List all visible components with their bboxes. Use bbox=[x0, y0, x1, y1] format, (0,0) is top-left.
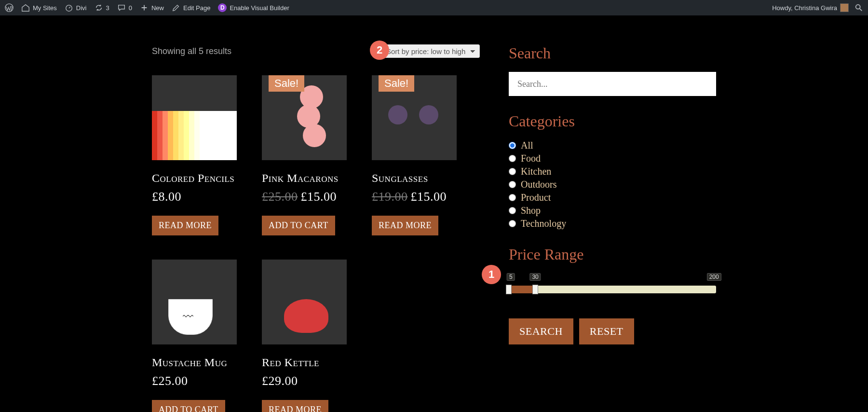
categories-heading: Categories bbox=[509, 112, 716, 130]
product-image[interactable]: Sale! bbox=[372, 75, 457, 160]
product-image[interactable]: Sale! bbox=[262, 75, 347, 160]
my-sites-link[interactable]: My Sites bbox=[21, 3, 57, 12]
comments-count: 0 bbox=[129, 4, 132, 12]
product-card: Sale!Pink Macarons£25.00£15.00ADD TO CAR… bbox=[262, 75, 347, 235]
category-label[interactable]: Food bbox=[521, 153, 541, 164]
svg-point-2 bbox=[856, 5, 860, 9]
visual-builder-link[interactable]: D Enable Visual Builder bbox=[218, 3, 289, 12]
category-label[interactable]: Technology bbox=[521, 218, 566, 229]
price-range-heading: Price Range bbox=[509, 246, 716, 263]
product-price: £25.00£15.00 bbox=[262, 190, 347, 204]
comment-icon bbox=[117, 3, 126, 12]
read-more-button[interactable]: READ MORE bbox=[152, 216, 218, 235]
products-area: Showing all 5 results Sort by price: low… bbox=[152, 44, 480, 412]
add-to-cart-button[interactable]: ADD TO CART bbox=[152, 400, 225, 412]
sidebar: Search Categories AllFoodKitchenOutdoors… bbox=[509, 44, 716, 412]
slider-max-label: 200 bbox=[707, 273, 721, 281]
category-radio[interactable] bbox=[509, 207, 516, 214]
product-image[interactable] bbox=[152, 75, 237, 160]
updates-link[interactable]: 3 bbox=[95, 3, 109, 12]
current-price: £29.00 bbox=[262, 374, 298, 388]
product-price: £25.00 bbox=[152, 374, 237, 388]
category-radio[interactable] bbox=[509, 220, 516, 227]
product-card: Red Kettle£29.00READ MORE bbox=[262, 260, 347, 412]
wp-logo[interactable] bbox=[5, 3, 14, 12]
category-radio[interactable] bbox=[509, 155, 516, 162]
category-radio[interactable] bbox=[509, 181, 516, 188]
product-price: £19.00£15.00 bbox=[372, 190, 457, 204]
current-price: £8.00 bbox=[152, 190, 181, 204]
sort-select[interactable]: Sort by price: low to high bbox=[381, 44, 480, 58]
categories-block: Categories AllFoodKitchenOutdoorsProduct… bbox=[509, 112, 716, 229]
search-input[interactable] bbox=[509, 72, 716, 96]
product-card: Colored Pencils£8.00READ MORE bbox=[152, 75, 237, 235]
category-label[interactable]: Product bbox=[521, 192, 551, 203]
product-title[interactable]: Colored Pencils bbox=[152, 172, 237, 185]
sale-badge: Sale! bbox=[379, 75, 414, 92]
read-more-button[interactable]: READ MORE bbox=[372, 216, 438, 235]
search-icon bbox=[854, 3, 863, 12]
sites-icon bbox=[21, 3, 30, 12]
product-card: Mustache Mug£25.00ADD TO CART bbox=[152, 260, 237, 412]
category-row: Food bbox=[509, 153, 716, 164]
product-title[interactable]: Mustache Mug bbox=[152, 356, 237, 369]
slider-min-label: 5 bbox=[507, 273, 515, 281]
category-row: Technology bbox=[509, 218, 716, 229]
plus-icon bbox=[140, 3, 149, 12]
howdy-label: Howdy, Christina Gwira bbox=[772, 4, 837, 12]
new-label: New bbox=[151, 4, 164, 12]
add-to-cart-button[interactable]: ADD TO CART bbox=[262, 216, 335, 235]
price-range-block: 1 Price Range 5 30 200 SEARCH RESET bbox=[509, 246, 716, 344]
updates-count: 3 bbox=[106, 4, 109, 12]
category-row: All bbox=[509, 140, 716, 151]
slider-handle-min[interactable] bbox=[506, 285, 512, 294]
product-title[interactable]: Red Kettle bbox=[262, 356, 347, 369]
site-name-link[interactable]: Divi bbox=[65, 3, 87, 12]
svg-point-1 bbox=[66, 5, 72, 12]
slider-track bbox=[509, 286, 716, 293]
current-price: £15.00 bbox=[301, 190, 337, 204]
category-label[interactable]: Outdoors bbox=[521, 179, 556, 190]
edit-page-link[interactable]: Edit Page bbox=[172, 3, 210, 12]
price-slider[interactable]: 5 30 200 bbox=[509, 273, 716, 293]
category-radio[interactable] bbox=[509, 168, 516, 175]
category-label[interactable]: All bbox=[521, 140, 533, 151]
divi-icon: D bbox=[218, 3, 227, 12]
product-title[interactable]: Sunglasses bbox=[372, 172, 457, 185]
pencil-icon bbox=[172, 3, 180, 12]
category-label[interactable]: Kitchen bbox=[521, 166, 551, 177]
reset-button[interactable]: RESET bbox=[579, 318, 634, 344]
my-sites-label: My Sites bbox=[33, 4, 57, 12]
wp-admin-bar: My Sites Divi 3 0 New bbox=[0, 0, 868, 15]
slider-fill bbox=[509, 286, 535, 293]
category-label[interactable]: Shop bbox=[521, 205, 541, 216]
gauge-icon bbox=[65, 3, 73, 12]
refresh-icon bbox=[95, 3, 103, 12]
read-more-button[interactable]: READ MORE bbox=[262, 400, 328, 412]
new-link[interactable]: New bbox=[140, 3, 164, 12]
search-heading: Search bbox=[509, 44, 716, 62]
product-price: £29.00 bbox=[262, 374, 347, 388]
site-name-label: Divi bbox=[76, 4, 87, 12]
slider-handle-cur[interactable] bbox=[532, 285, 538, 294]
annotation-1: 1 bbox=[482, 265, 501, 284]
product-price: £8.00 bbox=[152, 190, 237, 204]
sale-badge: Sale! bbox=[269, 75, 304, 92]
search-block: Search bbox=[509, 44, 716, 96]
search-button[interactable]: SEARCH bbox=[509, 318, 573, 344]
product-card: Sale!Sunglasses£19.00£15.00READ MORE bbox=[372, 75, 457, 235]
product-image[interactable] bbox=[262, 260, 347, 344]
product-image[interactable] bbox=[152, 260, 237, 344]
slider-cur-label: 30 bbox=[529, 273, 541, 281]
comments-link[interactable]: 0 bbox=[117, 3, 132, 12]
category-row: Product bbox=[509, 192, 716, 203]
annotation-2: 2 bbox=[370, 41, 389, 60]
howdy-link[interactable]: Howdy, Christina Gwira bbox=[772, 3, 849, 12]
category-radio[interactable] bbox=[509, 194, 516, 201]
edit-page-label: Edit Page bbox=[183, 4, 210, 12]
category-radio[interactable] bbox=[509, 142, 516, 149]
current-price: £25.00 bbox=[152, 374, 188, 388]
product-title[interactable]: Pink Macarons bbox=[262, 172, 347, 185]
old-price: £25.00 bbox=[262, 190, 298, 204]
adminbar-search[interactable] bbox=[854, 3, 863, 12]
